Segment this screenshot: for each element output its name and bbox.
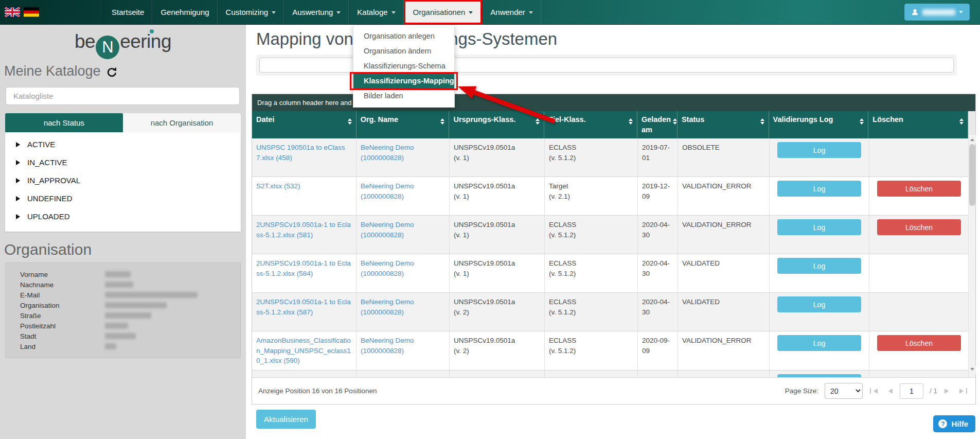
column-header-label: Ursprungs-Klass. (453, 115, 533, 125)
sort-icon[interactable] (348, 116, 352, 127)
org-link[interactable]: BeNeering Demo (1000000828) (357, 138, 450, 177)
datei-link[interactable]: 2UNSPSCv19.0501a-1 to Eclass-5.1.2.xlsx … (252, 293, 357, 331)
cell-validierungs-log: Log (770, 331, 869, 370)
table-header-row: DateiOrg. NameUrsprungs-Klass.Ziel-Klass… (252, 111, 975, 138)
org-link[interactable]: BeNeering Demo (1000000828) (357, 177, 450, 215)
datei-link[interactable]: AmazonBusiness_Classification_Mapping_UN… (252, 331, 357, 370)
nav-item-anwender[interactable]: Anwender (482, 0, 541, 24)
cell-ursprungs_klass: UNSPSCv19.0501a (v. 1) (450, 177, 545, 215)
sort-icon[interactable] (440, 116, 444, 127)
log-button[interactable]: Log (777, 142, 861, 158)
pager-first-button[interactable] (869, 387, 879, 395)
datei-link[interactable]: UNSPSC 190501a to eClass 7.xlsx (458) (252, 138, 357, 177)
datei-link[interactable]: 2UNSPSCv19.0501a-1 to Eclass-5.1.2.xlsx … (252, 254, 357, 292)
org-field-row: Straße (6, 310, 240, 321)
delete-button[interactable]: Löschen (877, 335, 961, 351)
refresh-icon[interactable] (106, 66, 118, 78)
column-header-ziel-klass-[interactable]: Ziel-Klass. (544, 111, 637, 138)
column-header-org-name[interactable]: Org. Name (357, 111, 450, 138)
sort-icon[interactable] (673, 116, 677, 127)
menu-item-organisation-anlegen[interactable]: Organisation anlegen (353, 29, 454, 44)
table-scrollbar[interactable] (968, 135, 975, 374)
log-button[interactable]: Log (777, 335, 861, 351)
column-header-geladen-am[interactable]: Geladen am (637, 111, 678, 138)
pager-last-button[interactable] (958, 387, 968, 395)
status-item-undefined[interactable]: UNDEFINED (5, 189, 241, 207)
delete-button[interactable]: Löschen (877, 219, 961, 235)
cell-ursprungs_klass: UNSPSCv19.0501a (v. 2) (450, 293, 545, 331)
table-row: 2UNSPSCv19.0501a-1 to Eclass-5.1.2.xlsx … (252, 216, 975, 254)
aktualisieren-button[interactable]: Aktualisieren (256, 410, 316, 429)
nav-item-startseite[interactable]: Startseite (103, 0, 152, 24)
tab-nach-status[interactable]: nach Status (5, 113, 123, 132)
cell-ziel_klass: ECLASS (v. 5.1.2) (545, 138, 638, 177)
cell-ursprungs_klass: UNSPSCv19.0501a (v. 1) (450, 254, 545, 292)
pager-prev-button[interactable] (885, 388, 894, 395)
hilfe-label: Hilfe (951, 419, 968, 428)
datei-link[interactable]: 2UNSPSCv19.0501a-1 to Eclass-5.1.2.xlsx … (252, 216, 357, 254)
org-field-row: Stadt (6, 331, 240, 341)
org-link[interactable]: BeNeering Demo (1000000828) (357, 293, 450, 331)
sort-icon[interactable] (629, 116, 633, 127)
column-header-l-schen[interactable]: Löschen (868, 111, 968, 138)
org-link[interactable]: BeNeering Demo (1000000828) (357, 331, 450, 370)
cell-status: OBSOLETE (678, 138, 770, 177)
sort-icon[interactable] (959, 116, 964, 127)
status-item-in_active[interactable]: IN_ACTIVE (5, 153, 241, 171)
column-header-label: Ziel-Klass. (548, 115, 627, 125)
scroll-down-icon[interactable] (969, 365, 976, 374)
page-size-select[interactable]: 20 (825, 383, 863, 399)
sort-icon[interactable] (536, 116, 540, 127)
hilfe-button[interactable]: ? Hilfe (933, 415, 975, 432)
status-item-in_approval[interactable]: IN_APPROVAL (5, 171, 241, 189)
column-header-ursprungs-klass-[interactable]: Ursprungs-Klass. (449, 111, 544, 138)
nav-item-organisationen[interactable]: Organisationen (404, 0, 483, 24)
uk-flag-icon[interactable] (5, 7, 20, 17)
cell-geladen_am: 2020-09-09 (638, 331, 678, 370)
column-header-label: Datei (256, 115, 346, 125)
user-menu-button[interactable] (904, 4, 970, 21)
chevron-down-icon (959, 11, 963, 15)
column-header-datei[interactable]: Datei (252, 111, 357, 138)
org-link[interactable]: BeNeering Demo (1000000828) (357, 216, 450, 254)
status-item-active[interactable]: ACTIVE (5, 135, 241, 153)
log-button[interactable]: Log (777, 258, 861, 274)
column-header-validierungs-log[interactable]: Validierungs Log (769, 111, 869, 138)
my-catalogs-label: Meine Kataloge (4, 63, 101, 79)
delete-button[interactable]: Löschen (877, 181, 961, 197)
menu-item-bilder-laden[interactable]: Bilder laden (353, 89, 454, 103)
german-flag-icon[interactable] (24, 7, 39, 17)
sort-icon[interactable] (860, 116, 864, 127)
menu-item-klassifizierungs-schema[interactable]: Klassifizierungs-Schema (353, 59, 454, 74)
chevron-down-icon (336, 11, 341, 16)
pager-next-button[interactable] (943, 388, 952, 395)
org-field-row: Land (6, 341, 240, 352)
chevron-down-icon (529, 11, 533, 16)
nav-item-genehmigung[interactable]: Genehmigung (152, 0, 217, 24)
column-header-status[interactable]: Status (678, 111, 769, 138)
menu-item-klassifizierungs-mapping[interactable]: Klassifizierungs-Mapping (353, 74, 454, 89)
cell-geladen_am: 2020-04-30 (638, 293, 678, 331)
log-button[interactable]: Log (777, 181, 861, 197)
table-row: 2UNSPSCv19.0501a-1 to Eclass-5.1.2.xlsx … (252, 254, 975, 293)
status-item-uploaded[interactable]: UPLOADED (5, 207, 241, 225)
org-link[interactable]: BeNeering Demo (1000000828) (357, 254, 450, 292)
cell-geladen_am: 2019-07-01 (638, 138, 678, 177)
nav-item-kataloge[interactable]: Kataloge (349, 0, 403, 24)
scrollbar-thumb[interactable] (969, 144, 975, 206)
cell-loeschen: Löschen (869, 216, 969, 254)
nav-item-customizing[interactable]: Customizing (218, 0, 284, 24)
datei-link[interactable]: S2T.xlsx (532) (252, 177, 357, 215)
tab-nach-organisation[interactable]: nach Organisation (123, 113, 241, 132)
log-button[interactable]: Log (777, 219, 861, 235)
scroll-up-icon[interactable] (969, 135, 976, 143)
log-button[interactable]: Log (777, 296, 861, 312)
nav-item-auswertung[interactable]: Auswertung (284, 0, 349, 24)
menu-item-organisation-ndern[interactable]: Organisation ändern (353, 44, 454, 59)
app-root: StartseiteGenehmigungCustomizingAuswertu… (0, 0, 980, 439)
catalog-filter-input[interactable] (6, 87, 240, 105)
sort-icon[interactable] (760, 116, 764, 127)
org-field-label: Land (20, 343, 105, 350)
page-number-input[interactable] (900, 383, 923, 399)
log-button[interactable] (777, 374, 861, 377)
